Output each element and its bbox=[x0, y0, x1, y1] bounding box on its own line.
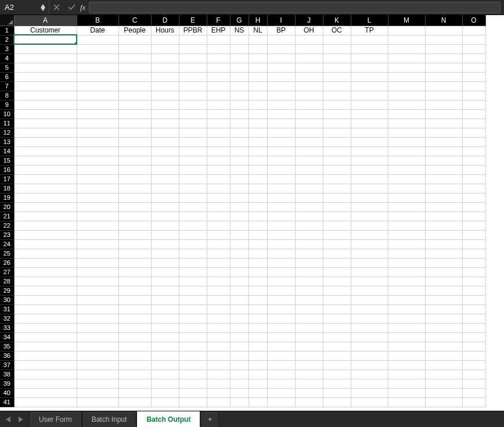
cell[interactable] bbox=[425, 258, 462, 267]
cell[interactable] bbox=[151, 369, 179, 379]
cell[interactable] bbox=[323, 91, 351, 100]
cell[interactable] bbox=[388, 174, 425, 184]
cell[interactable] bbox=[118, 165, 151, 174]
cell[interactable] bbox=[295, 249, 323, 258]
cell[interactable] bbox=[118, 304, 151, 314]
cell[interactable] bbox=[249, 239, 267, 249]
cell[interactable] bbox=[249, 174, 267, 184]
cell[interactable] bbox=[462, 342, 485, 351]
cell[interactable] bbox=[351, 249, 388, 258]
name-box[interactable]: A2 bbox=[0, 0, 37, 15]
cell[interactable] bbox=[14, 63, 77, 72]
cell[interactable] bbox=[267, 267, 295, 277]
cell[interactable] bbox=[295, 137, 323, 146]
cell[interactable] bbox=[151, 332, 179, 342]
cell[interactable] bbox=[295, 35, 323, 44]
cell[interactable] bbox=[462, 109, 485, 119]
cell[interactable] bbox=[77, 397, 118, 407]
cell[interactable] bbox=[151, 388, 179, 397]
cell[interactable] bbox=[77, 81, 118, 91]
cell[interactable] bbox=[267, 286, 295, 295]
cell[interactable] bbox=[462, 184, 485, 193]
cell[interactable] bbox=[295, 277, 323, 286]
cell[interactable] bbox=[249, 369, 267, 379]
cell[interactable] bbox=[295, 388, 323, 397]
cell[interactable] bbox=[323, 221, 351, 230]
cell[interactable] bbox=[267, 165, 295, 174]
cell[interactable] bbox=[118, 72, 151, 81]
cell[interactable] bbox=[118, 239, 151, 249]
cell[interactable] bbox=[323, 379, 351, 388]
cell[interactable] bbox=[388, 81, 425, 91]
cell[interactable] bbox=[295, 221, 323, 230]
cell[interactable] bbox=[207, 342, 230, 351]
cell[interactable] bbox=[388, 258, 425, 267]
cell[interactable] bbox=[388, 342, 425, 351]
cell[interactable] bbox=[77, 35, 118, 44]
column-header-A[interactable]: A bbox=[14, 15, 77, 26]
cell[interactable] bbox=[179, 72, 207, 81]
cell[interactable] bbox=[14, 128, 77, 137]
cell[interactable]: NS bbox=[230, 26, 249, 35]
cell[interactable] bbox=[77, 323, 118, 332]
row-header[interactable]: 4 bbox=[0, 53, 14, 63]
cell[interactable] bbox=[14, 91, 77, 100]
cell[interactable] bbox=[14, 351, 77, 360]
cell[interactable] bbox=[179, 369, 207, 379]
cell[interactable] bbox=[323, 72, 351, 81]
cell[interactable] bbox=[425, 174, 462, 184]
cell[interactable] bbox=[14, 165, 77, 174]
cell[interactable] bbox=[14, 286, 77, 295]
cell[interactable] bbox=[230, 323, 249, 332]
cell[interactable] bbox=[249, 109, 267, 119]
cell[interactable] bbox=[295, 230, 323, 239]
cell[interactable] bbox=[295, 44, 323, 53]
cell[interactable] bbox=[425, 267, 462, 277]
cell[interactable] bbox=[295, 202, 323, 211]
cell[interactable] bbox=[207, 295, 230, 304]
tab-prev-button[interactable] bbox=[3, 411, 13, 427]
cell[interactable] bbox=[323, 314, 351, 323]
cell[interactable] bbox=[267, 295, 295, 304]
cell[interactable] bbox=[207, 81, 230, 91]
cell[interactable] bbox=[230, 184, 249, 193]
cell[interactable] bbox=[77, 258, 118, 267]
cell[interactable] bbox=[230, 119, 249, 128]
cell[interactable] bbox=[425, 332, 462, 342]
cell[interactable] bbox=[77, 146, 118, 156]
cell[interactable] bbox=[462, 369, 485, 379]
cell[interactable] bbox=[118, 258, 151, 267]
cell[interactable] bbox=[351, 295, 388, 304]
cell[interactable] bbox=[118, 397, 151, 407]
row-header[interactable]: 6 bbox=[0, 72, 14, 81]
cell[interactable] bbox=[267, 53, 295, 63]
cell[interactable] bbox=[151, 146, 179, 156]
cell[interactable] bbox=[462, 202, 485, 211]
cell[interactable] bbox=[388, 202, 425, 211]
cell[interactable] bbox=[351, 369, 388, 379]
column-header-G[interactable]: G bbox=[230, 15, 249, 26]
cell[interactable] bbox=[249, 137, 267, 146]
cell[interactable] bbox=[207, 360, 230, 369]
cell[interactable] bbox=[388, 72, 425, 81]
cell[interactable] bbox=[14, 360, 77, 369]
cell[interactable] bbox=[351, 165, 388, 174]
cell[interactable] bbox=[230, 202, 249, 211]
cell[interactable] bbox=[388, 277, 425, 286]
cell[interactable] bbox=[179, 267, 207, 277]
cell[interactable] bbox=[425, 156, 462, 165]
cell[interactable] bbox=[230, 351, 249, 360]
cell[interactable] bbox=[267, 351, 295, 360]
cell[interactable] bbox=[425, 109, 462, 119]
cell[interactable] bbox=[249, 314, 267, 323]
cell[interactable] bbox=[179, 35, 207, 44]
cell[interactable] bbox=[388, 26, 425, 35]
cell[interactable]: TP bbox=[351, 26, 388, 35]
cell[interactable] bbox=[323, 81, 351, 91]
row-header[interactable]: 28 bbox=[0, 277, 14, 286]
cell[interactable] bbox=[462, 239, 485, 249]
cell[interactable] bbox=[323, 258, 351, 267]
cell[interactable] bbox=[179, 146, 207, 156]
cell[interactable] bbox=[425, 35, 462, 44]
cell[interactable] bbox=[388, 211, 425, 221]
